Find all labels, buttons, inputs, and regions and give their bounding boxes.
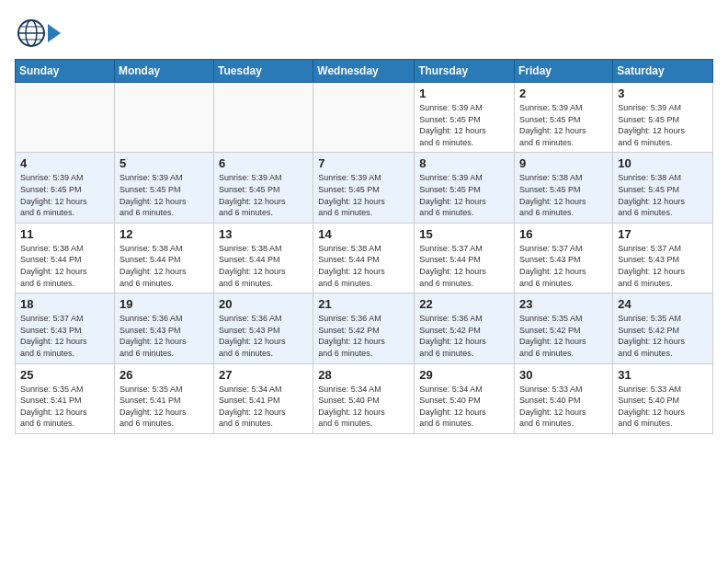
- day-info: Sunrise: 5:36 AM Sunset: 5:42 PM Dayligh…: [419, 313, 510, 359]
- calendar-cell: 28Sunrise: 5:34 AM Sunset: 5:40 PM Dayli…: [313, 363, 415, 433]
- day-info: Sunrise: 5:39 AM Sunset: 5:45 PM Dayligh…: [618, 102, 709, 148]
- day-number: 22: [419, 297, 510, 311]
- day-info: Sunrise: 5:37 AM Sunset: 5:43 PM Dayligh…: [20, 313, 110, 359]
- day-info: Sunrise: 5:39 AM Sunset: 5:45 PM Dayligh…: [318, 172, 410, 218]
- calendar-cell: 25Sunrise: 5:35 AM Sunset: 5:41 PM Dayli…: [16, 363, 115, 433]
- day-info: Sunrise: 5:36 AM Sunset: 5:43 PM Dayligh…: [219, 313, 309, 359]
- calendar-cell: 1Sunrise: 5:39 AM Sunset: 5:45 PM Daylig…: [415, 83, 515, 153]
- day-number: 16: [519, 227, 609, 241]
- day-number: 3: [618, 86, 709, 100]
- day-number: 6: [219, 156, 309, 170]
- calendar-cell: 18Sunrise: 5:37 AM Sunset: 5:43 PM Dayli…: [16, 293, 115, 363]
- day-number: 11: [20, 227, 110, 241]
- weekday-header-wednesday: Wednesday: [313, 60, 415, 83]
- day-number: 29: [419, 368, 510, 382]
- calendar-cell: 4Sunrise: 5:39 AM Sunset: 5:45 PM Daylig…: [16, 153, 115, 223]
- calendar-cell: 30Sunrise: 5:33 AM Sunset: 5:40 PM Dayli…: [515, 363, 613, 433]
- day-info: Sunrise: 5:37 AM Sunset: 5:44 PM Dayligh…: [419, 243, 510, 289]
- day-info: Sunrise: 5:39 AM Sunset: 5:45 PM Dayligh…: [219, 172, 309, 218]
- calendar-cell: [16, 83, 115, 153]
- day-info: Sunrise: 5:38 AM Sunset: 5:44 PM Dayligh…: [20, 243, 110, 289]
- day-number: 14: [318, 227, 410, 241]
- calendar-cell: [214, 83, 313, 153]
- calendar-cell: 7Sunrise: 5:39 AM Sunset: 5:45 PM Daylig…: [313, 153, 415, 223]
- day-number: 24: [618, 297, 709, 311]
- day-number: 9: [519, 156, 609, 170]
- day-info: Sunrise: 5:35 AM Sunset: 5:42 PM Dayligh…: [519, 313, 609, 359]
- calendar-cell: [114, 83, 213, 153]
- weekday-header-thursday: Thursday: [415, 60, 515, 83]
- day-info: Sunrise: 5:36 AM Sunset: 5:42 PM Dayligh…: [318, 313, 410, 359]
- day-info: Sunrise: 5:39 AM Sunset: 5:45 PM Dayligh…: [20, 172, 110, 218]
- weekday-header-row: SundayMondayTuesdayWednesdayThursdayFrid…: [16, 60, 713, 83]
- calendar-cell: 26Sunrise: 5:35 AM Sunset: 5:41 PM Dayli…: [114, 363, 213, 433]
- calendar-cell: 17Sunrise: 5:37 AM Sunset: 5:43 PM Dayli…: [613, 223, 713, 293]
- day-info: Sunrise: 5:39 AM Sunset: 5:45 PM Dayligh…: [419, 102, 510, 148]
- day-info: Sunrise: 5:39 AM Sunset: 5:45 PM Dayligh…: [519, 102, 609, 148]
- calendar-cell: 8Sunrise: 5:39 AM Sunset: 5:45 PM Daylig…: [415, 153, 515, 223]
- day-number: 8: [419, 156, 510, 170]
- calendar-cell: 5Sunrise: 5:39 AM Sunset: 5:45 PM Daylig…: [114, 153, 213, 223]
- calendar-cell: 31Sunrise: 5:33 AM Sunset: 5:40 PM Dayli…: [613, 363, 713, 433]
- day-number: 4: [20, 156, 110, 170]
- calendar-cell: 21Sunrise: 5:36 AM Sunset: 5:42 PM Dayli…: [313, 293, 415, 363]
- day-number: 2: [519, 86, 609, 100]
- day-info: Sunrise: 5:34 AM Sunset: 5:40 PM Dayligh…: [318, 384, 410, 430]
- day-info: Sunrise: 5:34 AM Sunset: 5:40 PM Dayligh…: [419, 384, 510, 430]
- week-row-1: 1Sunrise: 5:39 AM Sunset: 5:45 PM Daylig…: [16, 83, 713, 153]
- day-number: 12: [119, 227, 210, 241]
- weekday-header-friday: Friday: [515, 60, 613, 83]
- day-number: 18: [20, 297, 110, 311]
- calendar-cell: 9Sunrise: 5:38 AM Sunset: 5:45 PM Daylig…: [515, 153, 613, 223]
- day-info: Sunrise: 5:34 AM Sunset: 5:41 PM Dayligh…: [219, 384, 309, 430]
- day-info: Sunrise: 5:35 AM Sunset: 5:42 PM Dayligh…: [618, 313, 709, 359]
- logo-icon: [15, 15, 61, 52]
- day-number: 31: [618, 368, 709, 382]
- day-info: Sunrise: 5:38 AM Sunset: 5:45 PM Dayligh…: [519, 172, 609, 218]
- calendar-cell: [313, 83, 415, 153]
- calendar-cell: 23Sunrise: 5:35 AM Sunset: 5:42 PM Dayli…: [515, 293, 613, 363]
- day-info: Sunrise: 5:39 AM Sunset: 5:45 PM Dayligh…: [419, 172, 510, 218]
- day-number: 30: [519, 368, 609, 382]
- calendar-cell: 3Sunrise: 5:39 AM Sunset: 5:45 PM Daylig…: [613, 83, 713, 153]
- day-number: 26: [119, 368, 210, 382]
- weekday-header-monday: Monday: [114, 60, 213, 83]
- day-number: 21: [318, 297, 410, 311]
- calendar-cell: 13Sunrise: 5:38 AM Sunset: 5:44 PM Dayli…: [214, 223, 313, 293]
- day-info: Sunrise: 5:33 AM Sunset: 5:40 PM Dayligh…: [519, 384, 609, 430]
- day-info: Sunrise: 5:38 AM Sunset: 5:44 PM Dayligh…: [119, 243, 210, 289]
- calendar-cell: 16Sunrise: 5:37 AM Sunset: 5:43 PM Dayli…: [515, 223, 613, 293]
- day-number: 10: [618, 156, 709, 170]
- day-number: 20: [219, 297, 309, 311]
- weekday-header-sunday: Sunday: [16, 60, 115, 83]
- day-info: Sunrise: 5:37 AM Sunset: 5:43 PM Dayligh…: [519, 243, 609, 289]
- day-info: Sunrise: 5:38 AM Sunset: 5:44 PM Dayligh…: [318, 243, 410, 289]
- calendar-cell: 6Sunrise: 5:39 AM Sunset: 5:45 PM Daylig…: [214, 153, 313, 223]
- weekday-header-tuesday: Tuesday: [214, 60, 313, 83]
- calendar-table: SundayMondayTuesdayWednesdayThursdayFrid…: [15, 59, 713, 434]
- calendar-cell: 2Sunrise: 5:39 AM Sunset: 5:45 PM Daylig…: [515, 83, 613, 153]
- calendar-cell: 22Sunrise: 5:36 AM Sunset: 5:42 PM Dayli…: [415, 293, 515, 363]
- week-row-4: 18Sunrise: 5:37 AM Sunset: 5:43 PM Dayli…: [16, 293, 713, 363]
- week-row-2: 4Sunrise: 5:39 AM Sunset: 5:45 PM Daylig…: [16, 153, 713, 223]
- week-row-5: 25Sunrise: 5:35 AM Sunset: 5:41 PM Dayli…: [16, 363, 713, 433]
- day-info: Sunrise: 5:35 AM Sunset: 5:41 PM Dayligh…: [119, 384, 210, 430]
- logo: [15, 15, 63, 52]
- day-number: 28: [318, 368, 410, 382]
- calendar-cell: 19Sunrise: 5:36 AM Sunset: 5:43 PM Dayli…: [114, 293, 213, 363]
- calendar-cell: 12Sunrise: 5:38 AM Sunset: 5:44 PM Dayli…: [114, 223, 213, 293]
- day-number: 15: [419, 227, 510, 241]
- calendar-cell: 15Sunrise: 5:37 AM Sunset: 5:44 PM Dayli…: [415, 223, 515, 293]
- weekday-header-saturday: Saturday: [613, 60, 713, 83]
- calendar-cell: 10Sunrise: 5:38 AM Sunset: 5:45 PM Dayli…: [613, 153, 713, 223]
- week-row-3: 11Sunrise: 5:38 AM Sunset: 5:44 PM Dayli…: [16, 223, 713, 293]
- day-number: 19: [119, 297, 210, 311]
- calendar-cell: 14Sunrise: 5:38 AM Sunset: 5:44 PM Dayli…: [313, 223, 415, 293]
- calendar-cell: 20Sunrise: 5:36 AM Sunset: 5:43 PM Dayli…: [214, 293, 313, 363]
- day-info: Sunrise: 5:39 AM Sunset: 5:45 PM Dayligh…: [119, 172, 210, 218]
- day-number: 17: [618, 227, 709, 241]
- day-number: 23: [519, 297, 609, 311]
- day-info: Sunrise: 5:37 AM Sunset: 5:43 PM Dayligh…: [618, 243, 709, 289]
- day-info: Sunrise: 5:36 AM Sunset: 5:43 PM Dayligh…: [119, 313, 210, 359]
- day-number: 27: [219, 368, 309, 382]
